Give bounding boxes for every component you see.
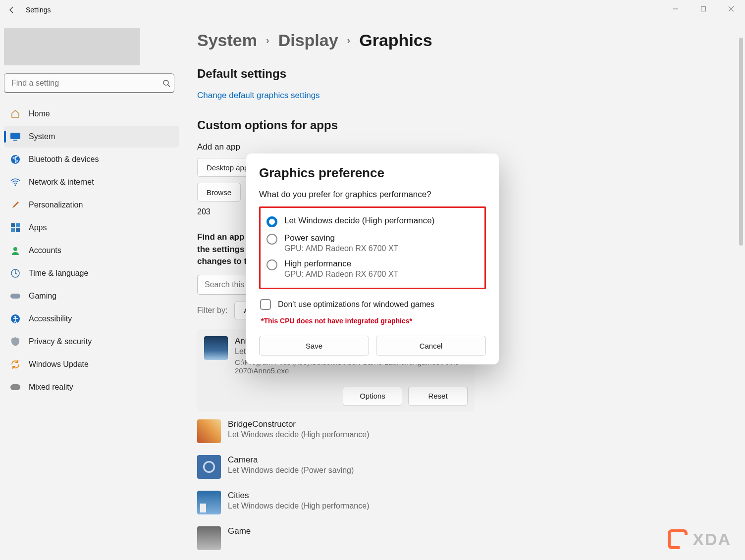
sidebar-item-home[interactable]: Home bbox=[4, 103, 179, 125]
gamepad-icon bbox=[10, 291, 21, 302]
radio-sublabel: GPU: AMD Radeon RX 6700 XT bbox=[284, 270, 398, 279]
back-button[interactable] bbox=[2, 0, 22, 20]
app-name: Game bbox=[228, 526, 475, 536]
app-name: Cities bbox=[228, 491, 475, 501]
sidebar-item-label: Privacy & security bbox=[29, 337, 92, 346]
svg-rect-3 bbox=[13, 140, 17, 141]
app-icon bbox=[197, 526, 221, 550]
radio-let-windows-decide[interactable]: Let Windows decide (High performance) bbox=[266, 213, 479, 230]
app-item-bridge[interactable]: BridgeConstructor Let Windows decide (Hi… bbox=[197, 416, 475, 452]
browse-button[interactable]: Browse bbox=[197, 183, 241, 202]
app-pref: Let Windows decide (Power saving) bbox=[228, 466, 475, 475]
sidebar-item-system[interactable]: System bbox=[4, 126, 179, 148]
sidebar-item-mixed-reality[interactable]: Mixed reality bbox=[4, 376, 179, 398]
search-icon[interactable] bbox=[162, 79, 170, 87]
sidebar-item-label: Personalization bbox=[29, 201, 83, 209]
breadcrumb-display[interactable]: Display bbox=[278, 31, 338, 50]
sidebar-item-accounts[interactable]: Accounts bbox=[4, 240, 179, 261]
app-name: BridgeConstructor bbox=[228, 419, 475, 429]
reset-button[interactable]: Reset bbox=[408, 387, 468, 406]
app-icon bbox=[197, 491, 221, 514]
maximize-button[interactable] bbox=[690, 0, 717, 18]
svg-rect-6 bbox=[11, 223, 15, 227]
window-title: Settings bbox=[22, 6, 51, 14]
svg-point-10 bbox=[13, 247, 17, 251]
scrollbar-thumb[interactable] bbox=[739, 38, 743, 246]
sidebar-item-personalization[interactable]: Personalization bbox=[4, 194, 179, 216]
sidebar-search bbox=[4, 73, 179, 93]
xda-logo-icon bbox=[668, 529, 688, 549]
search-input[interactable] bbox=[4, 73, 174, 93]
breadcrumb-current: Graphics bbox=[359, 31, 432, 50]
radio-power-saving[interactable]: Power saving GPU: AMD Radeon RX 6700 XT bbox=[266, 230, 479, 256]
save-button[interactable]: Save bbox=[259, 336, 369, 356]
sidebar-item-bluetooth[interactable]: Bluetooth & devices bbox=[4, 149, 179, 170]
gpu-note: *This CPU does not have integrated graph… bbox=[261, 317, 484, 325]
account-card[interactable] bbox=[4, 28, 140, 65]
sidebar-item-label: Accounts bbox=[29, 246, 61, 255]
minimize-icon bbox=[673, 6, 679, 12]
sidebar-item-gaming[interactable]: Gaming bbox=[4, 285, 179, 307]
monitor-icon bbox=[10, 131, 21, 142]
home-icon bbox=[10, 108, 21, 119]
svg-rect-7 bbox=[16, 223, 20, 227]
app-item-camera[interactable]: Camera Let Windows decide (Power saving) bbox=[197, 452, 475, 488]
dialog-title: Graphics preference bbox=[259, 165, 486, 181]
svg-rect-15 bbox=[10, 384, 20, 390]
minimize-button[interactable] bbox=[662, 0, 690, 18]
app-item-game[interactable]: Game bbox=[197, 523, 475, 559]
svg-rect-0 bbox=[701, 7, 706, 11]
sidebar-item-label: Apps bbox=[29, 223, 47, 232]
sidebar-item-label: Windows Update bbox=[29, 360, 89, 369]
radio-high-performance[interactable]: High performance GPU: AMD Radeon RX 6700… bbox=[266, 256, 479, 282]
app-icon bbox=[197, 455, 221, 479]
maximize-icon bbox=[700, 6, 706, 12]
person-icon bbox=[10, 245, 21, 256]
watermark: XDA bbox=[668, 529, 731, 549]
sidebar-item-time-language[interactable]: Time & language bbox=[4, 262, 179, 284]
sidebar-item-update[interactable]: Windows Update bbox=[4, 354, 179, 375]
sidebar-item-label: Mixed reality bbox=[29, 383, 73, 392]
radio-label: High performance bbox=[284, 259, 398, 269]
app-pref: Let Windows decide (High performance) bbox=[228, 430, 475, 439]
svg-rect-8 bbox=[11, 228, 15, 232]
radio-sublabel: GPU: AMD Radeon RX 6700 XT bbox=[284, 244, 398, 253]
checkbox-label: Don't use optimizations for windowed gam… bbox=[278, 300, 434, 309]
wifi-icon bbox=[10, 177, 21, 188]
sidebar-item-privacy[interactable]: Privacy & security bbox=[4, 331, 179, 353]
app-pref: Let Windows decide (High performance) bbox=[228, 502, 475, 510]
sidebar-item-label: System bbox=[29, 132, 55, 141]
sidebar-nav: Home System Bluetooth & devices Network … bbox=[4, 103, 179, 398]
radio-icon bbox=[266, 259, 277, 270]
svg-point-5 bbox=[15, 185, 16, 186]
change-default-link[interactable]: Change default graphics settings bbox=[197, 91, 320, 101]
radio-label: Power saving bbox=[284, 233, 398, 243]
app-name: Camera bbox=[228, 455, 475, 465]
sidebar-item-network[interactable]: Network & internet bbox=[4, 171, 179, 193]
clock-globe-icon bbox=[10, 268, 21, 279]
svg-rect-2 bbox=[10, 133, 20, 139]
sidebar-item-label: Home bbox=[29, 109, 50, 118]
close-button[interactable] bbox=[717, 0, 745, 18]
apps-icon bbox=[10, 222, 21, 233]
sidebar-item-accessibility[interactable]: Accessibility bbox=[4, 308, 179, 330]
update-icon bbox=[10, 359, 21, 370]
app-item-cities[interactable]: Cities Let Windows decide (High performa… bbox=[197, 488, 475, 523]
windowed-optimizations-checkbox[interactable]: Don't use optimizations for windowed gam… bbox=[259, 297, 486, 312]
cancel-button[interactable]: Cancel bbox=[376, 336, 486, 356]
add-app-label: Add an app bbox=[197, 142, 731, 152]
sidebar-item-apps[interactable]: Apps bbox=[4, 217, 179, 239]
custom-options-heading: Custom options for apps bbox=[197, 118, 731, 132]
svg-point-14 bbox=[14, 316, 16, 318]
svg-rect-9 bbox=[16, 228, 20, 232]
brush-icon bbox=[10, 200, 21, 210]
filter-label: Filter by: bbox=[197, 306, 227, 315]
scrollbar[interactable] bbox=[738, 38, 744, 295]
close-icon bbox=[728, 6, 734, 12]
headset-icon bbox=[10, 382, 21, 393]
default-settings-heading: Default settings bbox=[197, 67, 731, 81]
options-button[interactable]: Options bbox=[343, 387, 402, 406]
breadcrumb-system[interactable]: System bbox=[197, 31, 257, 50]
breadcrumb: System › Display › Graphics bbox=[197, 31, 731, 50]
app-icon bbox=[204, 336, 228, 360]
